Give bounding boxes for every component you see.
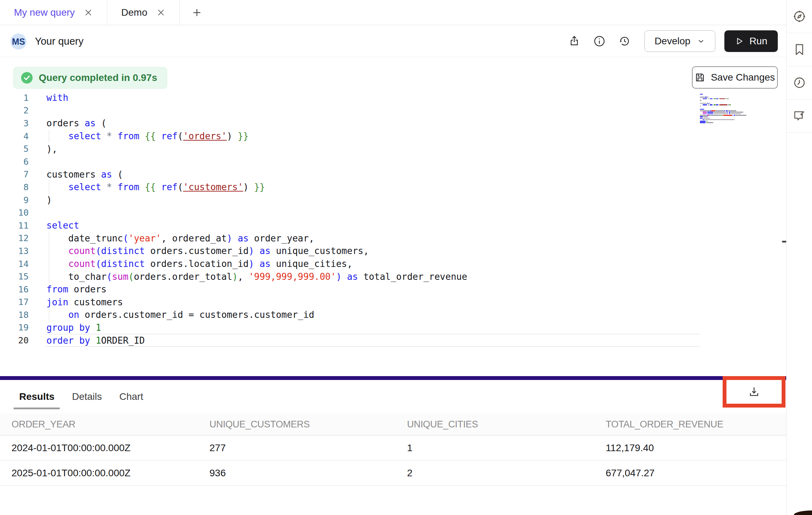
editor-tab-demo[interactable]: Demo (107, 0, 180, 25)
code-token: 'customers' (183, 182, 243, 192)
minimap-token (703, 98, 707, 99)
minimap-token (703, 112, 706, 113)
code-line-3[interactable]: 3orders as ( (0, 117, 786, 130)
tab-close-button[interactable] (156, 8, 165, 17)
line-content: with (46, 92, 68, 103)
code-token: {{ (145, 182, 161, 192)
code-token: to_char (46, 271, 106, 282)
minimap-token (700, 99, 703, 99)
download-results-button[interactable] (748, 386, 760, 398)
code-line-6[interactable]: 6 (0, 155, 786, 168)
code-token: date_trunc (46, 233, 123, 244)
tab-label: My new query (14, 7, 75, 18)
table-cell: 677,047.27 (594, 461, 786, 485)
develop-dropdown[interactable]: Develop (644, 30, 715, 52)
code-line-15[interactable]: 15 to_char(sum(orders.order_total), '999… (0, 270, 786, 283)
minimap-token (700, 118, 703, 119)
line-number: 1 (0, 93, 29, 103)
minimap-token (708, 122, 713, 123)
develop-label: Develop (655, 36, 691, 47)
line-number: 6 (0, 157, 29, 167)
header-actions: Develop Run (566, 25, 778, 57)
minimap-token (710, 110, 711, 111)
code-token: ) (46, 195, 52, 205)
tabs-container: My new queryDemo (0, 0, 180, 25)
code-line-12[interactable]: 12 date_trunc('year', ordered_at) as ord… (0, 232, 786, 245)
code-line-5[interactable]: 5), (0, 142, 786, 155)
minimap-token (734, 115, 735, 116)
results-tab-results[interactable]: Results (19, 391, 54, 402)
minimap-token (700, 105, 703, 105)
editor-minimap[interactable] (700, 94, 747, 125)
query-status-badge: Query completed in 0.97s (13, 67, 167, 89)
minimap-token (719, 98, 725, 99)
minimap-token (710, 115, 721, 116)
share-button[interactable] (566, 33, 582, 49)
code-line-19[interactable]: 19group by 1 (0, 321, 786, 334)
minimap-token (724, 110, 725, 111)
minimap-token (727, 112, 728, 113)
code-token: ORDER_ID (101, 335, 145, 346)
minimap-token (716, 98, 718, 99)
line-content: on orders.customer_id = customers.custom… (46, 309, 314, 320)
code-line-16[interactable]: 16from orders (0, 283, 786, 296)
info-icon (593, 35, 606, 47)
info-button[interactable] (591, 33, 607, 49)
new-tab-button[interactable] (180, 0, 214, 25)
history-button[interactable] (617, 33, 633, 49)
results-tab-chart[interactable]: Chart (119, 391, 143, 402)
code-token: , ordered_at (161, 233, 227, 244)
code-token: orders.customer_id = customers.customer_… (79, 309, 314, 320)
sidebar-item-explore[interactable] (787, 0, 812, 33)
tab-close-button[interactable] (84, 8, 93, 17)
code-line-10[interactable]: 10 (0, 206, 786, 219)
column-header: ORDER_YEAR (0, 413, 198, 435)
code-token: ( (128, 271, 134, 282)
run-button[interactable]: Run (724, 30, 778, 52)
code-line-13[interactable]: 13 count(distinct orders.customer_id) as… (0, 245, 786, 258)
code-line-2[interactable]: 2 (0, 104, 786, 117)
panel-resize-divider[interactable] (0, 376, 786, 380)
editor-tab-my-new-query[interactable]: My new query (0, 0, 107, 25)
sidebar-item-history[interactable] (787, 66, 812, 99)
line-number: 19 (0, 322, 29, 333)
minimap-token (703, 104, 707, 105)
code-line-20[interactable]: 20order by 1ORDER_ID (0, 334, 786, 347)
code-line-8[interactable]: 8 select * from {{ ref('customers') }} (0, 181, 786, 194)
code-line-4[interactable]: 4 select * from {{ ref('orders') }} (0, 130, 786, 143)
results-table-body: 2024-01-01T00:00:00.000Z2771112,179.4020… (0, 435, 786, 486)
minimap-line (700, 122, 747, 124)
minimap-token (703, 119, 704, 120)
code-token: 1 (96, 335, 101, 346)
app-window: My new queryDemo MS Your query Develop (0, 0, 812, 515)
code-token: orders.order_total (134, 271, 232, 282)
save-changes-button[interactable]: Save Changes (692, 66, 778, 89)
minimap-token (707, 113, 707, 114)
code-line-17[interactable]: 17join customers (0, 296, 786, 309)
minimap-token (700, 103, 707, 104)
code-line-1[interactable]: 1with (0, 91, 786, 104)
column-header: UNIQUE_CITIES (396, 413, 594, 435)
sql-code-editor[interactable]: 1with23orders as (4 select * from {{ ref… (0, 91, 786, 347)
code-token: }} (254, 182, 265, 192)
minimap-token (704, 119, 735, 120)
results-tab-details[interactable]: Details (72, 391, 102, 402)
code-line-11[interactable]: 11select (0, 219, 786, 232)
code-line-18[interactable]: 18 on orders.customer_id = customers.cus… (0, 308, 786, 321)
code-line-9[interactable]: 9) (0, 194, 786, 207)
code-token (46, 259, 68, 269)
download-icon (748, 386, 760, 398)
line-number: 11 (0, 221, 29, 231)
query-status-text: Query completed in 0.97s (39, 72, 157, 83)
code-token: as (347, 271, 358, 282)
sidebar-item-bookmarks[interactable] (787, 33, 812, 66)
code-line-14[interactable]: 14 count(distinct orders.location_id) as… (0, 258, 786, 270)
code-token: from (46, 284, 68, 294)
code-token: from (118, 131, 140, 141)
line-number: 2 (0, 105, 29, 115)
code-token: unique_customers, (271, 246, 369, 256)
code-line-7[interactable]: 7customers as ( (0, 168, 786, 181)
sidebar-item-ai-chat[interactable] (787, 99, 812, 133)
minimap-token (710, 98, 713, 99)
minimap-token (707, 103, 709, 104)
